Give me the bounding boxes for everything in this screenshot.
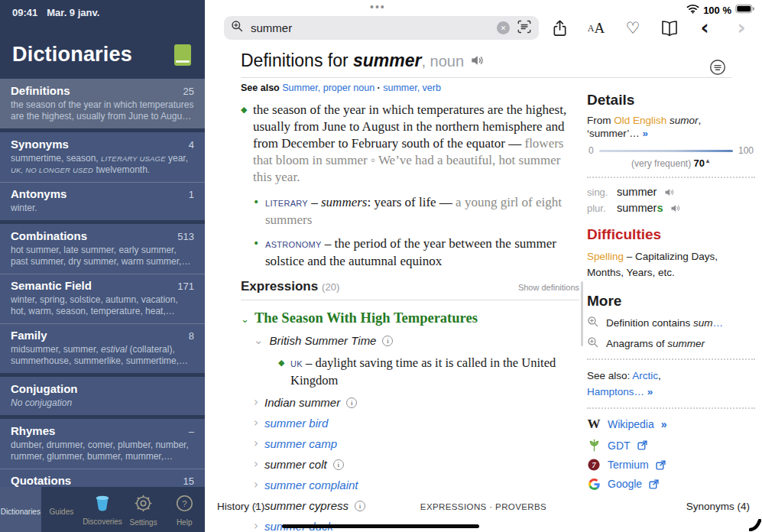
tab-dictionaries[interactable]: Dictionaries	[0, 487, 41, 532]
inline-link[interactable]: Hamptons…	[587, 386, 647, 397]
diamond-bullet-icon: ◆	[241, 102, 247, 118]
tab-discoveries[interactable]: Discoveries	[82, 487, 123, 532]
sidebar-item-preview: winter.	[11, 203, 194, 214]
sidebar-item-rhymes[interactable]: Rhymes–dumber, drummer, comer, plumber, …	[0, 419, 205, 469]
dotted-divider	[587, 358, 755, 360]
sidebar-item-count: 8	[189, 330, 194, 342]
info-icon[interactable]: i	[333, 459, 344, 470]
chevron-down-icon: ⌄	[254, 335, 264, 346]
sidebar-item-family[interactable]: Family8midsummer, summer, estival (colla…	[0, 323, 205, 373]
wifi-icon	[686, 4, 699, 16]
bookmarks-icon[interactable]	[659, 18, 680, 39]
link-google[interactable]: Google	[587, 478, 755, 490]
tab-help[interactable]: ?Help	[164, 487, 205, 532]
sidebar-item-label: Antonyms	[11, 187, 66, 200]
form-word: summer	[617, 186, 657, 198]
summary-filter-icon[interactable]	[709, 59, 726, 79]
text-segment: LITERARY USAGE	[101, 154, 166, 163]
text-segment: year,	[166, 153, 188, 164]
expression-label: Indian summer	[264, 396, 340, 409]
diamond-bullet-icon: ◆	[278, 355, 284, 371]
expression-group-heading[interactable]: ⌄ The Season With High Temperatures	[241, 310, 579, 326]
status-bar-left: 09:41 Mar. 9 janv.	[0, 0, 205, 18]
text-segment: Definition contains	[606, 317, 693, 329]
text-segment: , noun	[422, 53, 465, 70]
sidebar-item-label: Synonyms	[11, 138, 69, 151]
forward-button[interactable]: ›	[731, 18, 752, 39]
search-value[interactable]: summer	[251, 21, 490, 34]
sidebar-item-antonyms[interactable]: Antonyms1winter.	[0, 182, 205, 220]
speaker-icon[interactable]	[670, 203, 681, 214]
search-anagrams[interactable]: Anagrams of summer	[587, 336, 755, 351]
expression-indian-summer[interactable]: ›Indian summeri	[254, 396, 579, 409]
expression-british-summer-time[interactable]: ⌄British Summer Timei	[254, 334, 579, 347]
speaker-icon[interactable]	[663, 187, 675, 198]
scrollbar-thumb[interactable]	[581, 281, 583, 346]
difficulties-entry[interactable]: Spelling – Capitalizing Days, Months, Ye…	[587, 248, 755, 281]
home-indicator[interactable]	[282, 524, 479, 528]
inline-link[interactable]: summer, verb	[383, 83, 441, 93]
sidebar-item-conjugation[interactable]: ConjugationNo conjugation	[0, 377, 205, 415]
word-form-row: sing.summer	[587, 186, 755, 198]
history-button[interactable]: History (1)	[217, 501, 264, 512]
inline-link[interactable]: »	[643, 128, 649, 139]
text-segment: : years of life —	[367, 195, 456, 209]
text-segment: estival	[101, 344, 127, 355]
info-icon[interactable]: i	[346, 397, 357, 408]
definition-entry: •ASTRONOMY – the period of the year betw…	[253, 235, 579, 270]
tab-guides[interactable]: Guides	[41, 487, 83, 532]
window-handle-icon[interactable]: •••	[370, 1, 386, 13]
expression-label: summer bird	[264, 417, 328, 430]
text-segment: winter, spring, solstice, autumn, vacati…	[11, 294, 178, 317]
info-icon[interactable]: i	[382, 336, 393, 346]
chevron-right-icon: ›	[254, 459, 258, 470]
clear-search-icon[interactable]: ✕	[497, 21, 510, 34]
show-definitions-button[interactable]: Show definitions	[518, 283, 579, 292]
sidebar-item-combinations[interactable]: Combinations513hot summer, late summer, …	[0, 224, 205, 274]
text-segment: ,	[658, 370, 661, 381]
synonyms-button[interactable]: Synonyms (4)	[686, 501, 750, 512]
double-arrow-icon: »	[661, 418, 667, 430]
sidebar-item-quotations[interactable]: Quotations15Step one: Have a good summer…	[0, 469, 205, 487]
sidebar-item-count: 4	[189, 139, 194, 151]
inline-link[interactable]: Summer, proper noun	[282, 83, 375, 93]
expression-label: summer complaint	[264, 478, 358, 491]
external-link-icon	[656, 460, 666, 470]
sidebar-item-label: Conjugation	[11, 382, 77, 395]
sidebar-item-preview: midsummer, summer, estival (collateral),…	[11, 344, 194, 367]
text-segment: the season of the year in which temperat…	[11, 99, 193, 122]
link-wikipedia[interactable]: WWikipedia»	[587, 417, 755, 432]
search-input[interactable]: summer ✕	[224, 16, 539, 40]
share-button[interactable]	[549, 18, 570, 39]
chevron-right-icon: ›	[254, 417, 258, 429]
scan-list-icon[interactable]	[517, 19, 532, 37]
inline-link[interactable]: …	[713, 317, 724, 329]
dictionary-book-icon	[174, 44, 191, 66]
link-termium[interactable]: 7Termium	[587, 459, 755, 471]
sidebar-item-synonyms[interactable]: Synonyms4summertime, season, LITERARY US…	[0, 132, 205, 182]
tab-settings[interactable]: Settings	[123, 487, 164, 532]
favorite-heart-icon[interactable]: ♡	[622, 18, 644, 39]
inline-link[interactable]: »	[647, 386, 653, 397]
sidebar-item-label: Semantic Field	[11, 279, 92, 292]
text-size-button[interactable]: AA	[585, 18, 607, 39]
expression-summer-bird[interactable]: ›summer bird	[254, 417, 579, 430]
sidebar-item-semantic-field[interactable]: Semantic Field171winter, spring, solstic…	[0, 274, 205, 323]
expression-label: British Summer Time	[270, 334, 377, 347]
frequency-slider[interactable]	[599, 150, 733, 152]
section-indicator: EXPRESSIONS · PROVERBS	[420, 502, 546, 511]
bottom-bar: History (1) EXPRESSIONS · PROVERBS Synon…	[205, 501, 762, 512]
sidebar-item-count: 171	[177, 281, 194, 292]
expression-summer-camp[interactable]: ›summer camp	[254, 437, 579, 450]
sidebar: 09:41 Mar. 9 janv. Dictionaries Definiti…	[0, 0, 205, 532]
expression-summer-complaint[interactable]: ›summer complaint	[254, 478, 579, 491]
frequency-label: (very frequent) 70▲	[587, 157, 755, 169]
inline-link[interactable]: Arctic	[632, 370, 658, 381]
back-button[interactable]: ‹	[694, 18, 715, 39]
expression-summer-colt[interactable]: ›summer colti	[254, 458, 579, 471]
dotted-divider	[587, 177, 755, 178]
sidebar-item-definitions[interactable]: Definitions25the season of the year in w…	[0, 79, 205, 128]
link-gdt[interactable]: GDT	[587, 439, 755, 452]
pronounce-speaker-icon[interactable]	[469, 53, 485, 71]
search-definition-contains[interactable]: Definition contains sum…	[587, 316, 755, 330]
